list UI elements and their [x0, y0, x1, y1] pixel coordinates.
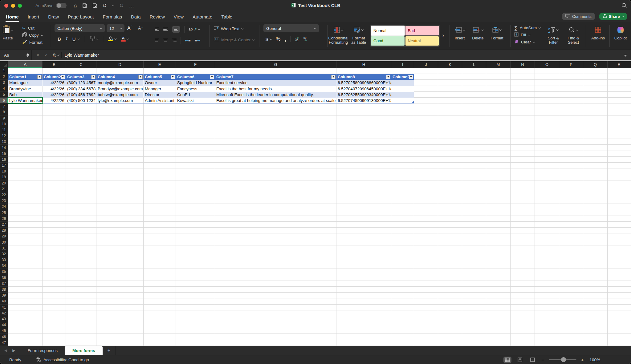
- grid-cell[interactable]: [215, 127, 336, 133]
- grid-cell[interactable]: [438, 127, 462, 133]
- grid-cell[interactable]: [96, 269, 144, 275]
- grid-cell[interactable]: [583, 86, 608, 92]
- grid-cell[interactable]: [583, 245, 608, 251]
- grid-cell[interactable]: [486, 80, 511, 86]
- grid-cell[interactable]: [486, 68, 511, 74]
- grid-cell[interactable]: [583, 334, 608, 340]
- grid-cell[interactable]: [583, 103, 608, 109]
- grid-cell[interactable]: [583, 316, 608, 322]
- filter-dropdown-button[interactable]: [37, 75, 42, 79]
- grid-cell[interactable]: [8, 281, 43, 287]
- grid-cell[interactable]: [535, 210, 559, 216]
- grid-cell[interactable]: [535, 74, 559, 80]
- grid-cell[interactable]: [391, 157, 414, 163]
- grid-cell[interactable]: [391, 298, 414, 304]
- grid-cell[interactable]: [414, 92, 438, 98]
- grid-cell[interactable]: [336, 316, 391, 322]
- grid-cell[interactable]: [414, 316, 438, 322]
- grid-cell[interactable]: [336, 204, 391, 210]
- grid-cell[interactable]: [486, 163, 511, 168]
- tab-review[interactable]: Review: [149, 14, 165, 20]
- fill-button[interactable]: Fill: [514, 31, 541, 38]
- paste-button[interactable]: Paste: [2, 24, 13, 40]
- grid-cell[interactable]: [583, 145, 608, 151]
- grid-cell[interactable]: [144, 239, 176, 245]
- grid-cell[interactable]: [559, 109, 583, 115]
- grid-cell[interactable]: [215, 328, 336, 334]
- grid-cell[interactable]: [583, 298, 608, 304]
- formula-input[interactable]: Lyle Wannamaker: [64, 53, 624, 58]
- grid-cell[interactable]: [608, 263, 631, 269]
- grid-cell[interactable]: [583, 68, 608, 74]
- grid-cell[interactable]: [486, 192, 511, 198]
- grid-cell[interactable]: [336, 334, 391, 340]
- row-header-12[interactable]: 12: [0, 133, 8, 139]
- clear-button[interactable]: Clear: [514, 38, 541, 46]
- column-header-D[interactable]: D: [96, 61, 144, 68]
- grid-cell[interactable]: [486, 316, 511, 322]
- grid-cell[interactable]: [8, 316, 43, 322]
- table-cell[interactable]: 6.527025890906860000E+18: [336, 80, 391, 86]
- format-cells-button[interactable]: Format: [488, 24, 506, 40]
- grid-cell[interactable]: [438, 115, 462, 121]
- grid-cell[interactable]: [43, 168, 66, 174]
- grid-cell[interactable]: [66, 192, 96, 198]
- grid-cell[interactable]: [583, 251, 608, 257]
- grid-cell[interactable]: [462, 133, 486, 139]
- grid-cell[interactable]: [559, 98, 583, 103]
- grid-cell[interactable]: [438, 145, 462, 151]
- grid-cell[interactable]: [176, 310, 215, 316]
- column-header-I[interactable]: I: [391, 61, 414, 68]
- grid-cell[interactable]: [215, 298, 336, 304]
- grid-cell[interactable]: [462, 263, 486, 269]
- grid-cell[interactable]: [144, 180, 176, 186]
- grid-cell[interactable]: [583, 109, 608, 115]
- table-cell[interactable]: bobtw@example.com: [96, 92, 144, 98]
- grid-cell[interactable]: [391, 127, 414, 133]
- grid-cell[interactable]: [215, 192, 336, 198]
- grid-cell[interactable]: [559, 74, 583, 80]
- grid-cell[interactable]: [8, 115, 43, 121]
- table-cell[interactable]: (300) 123-4567: [66, 80, 96, 86]
- grid-cell[interactable]: [391, 293, 414, 298]
- grid-cell[interactable]: [215, 180, 336, 186]
- grid-cell[interactable]: [511, 121, 535, 127]
- grid-cell[interactable]: [486, 210, 511, 216]
- copy-chevron-icon[interactable]: [40, 34, 43, 36]
- grid-cell[interactable]: [559, 305, 583, 310]
- grid-cell[interactable]: [336, 287, 391, 293]
- grid-cell[interactable]: [96, 298, 144, 304]
- grid-cell[interactable]: [336, 151, 391, 157]
- grid-cell[interactable]: [8, 275, 43, 281]
- row-header-18[interactable]: 18: [0, 168, 8, 174]
- grid-cell[interactable]: [462, 334, 486, 340]
- underline-chevron-icon[interactable]: [77, 37, 80, 39]
- autosum-button[interactable]: ∑ AutoSum: [514, 24, 541, 31]
- grid-cell[interactable]: [608, 92, 631, 98]
- grid-cell[interactable]: [144, 263, 176, 269]
- grid-cell[interactable]: [66, 305, 96, 310]
- align-middle-icon[interactable]: [163, 28, 168, 31]
- grid-cell[interactable]: [215, 163, 336, 168]
- table-cell[interactable]: 6.527062550909340000E+18: [336, 92, 391, 98]
- grid-cell[interactable]: [176, 192, 215, 198]
- row-header-9[interactable]: 9: [0, 115, 8, 121]
- table-cell[interactable]: Brandyw@example.com: [96, 86, 144, 92]
- grid-cell[interactable]: [486, 257, 511, 263]
- grid-cell[interactable]: [176, 293, 215, 298]
- table-column-header[interactable]: Column2: [43, 74, 66, 80]
- grid-cell[interactable]: [559, 92, 583, 98]
- page-layout-view-button[interactable]: [516, 357, 524, 363]
- grid-cell[interactable]: [96, 157, 144, 163]
- grid-cell[interactable]: [486, 239, 511, 245]
- grid-cell[interactable]: [462, 174, 486, 180]
- font-color-button[interactable]: A: [121, 36, 129, 42]
- grid-cell[interactable]: [535, 127, 559, 133]
- grid-cell[interactable]: [8, 340, 43, 346]
- row-header-20[interactable]: 20: [0, 180, 8, 186]
- grid-cell[interactable]: [438, 163, 462, 168]
- grid-cell[interactable]: [608, 293, 631, 298]
- grid-cell[interactable]: [535, 257, 559, 263]
- comments-button[interactable]: Comments: [562, 13, 595, 20]
- grid-cell[interactable]: [511, 86, 535, 92]
